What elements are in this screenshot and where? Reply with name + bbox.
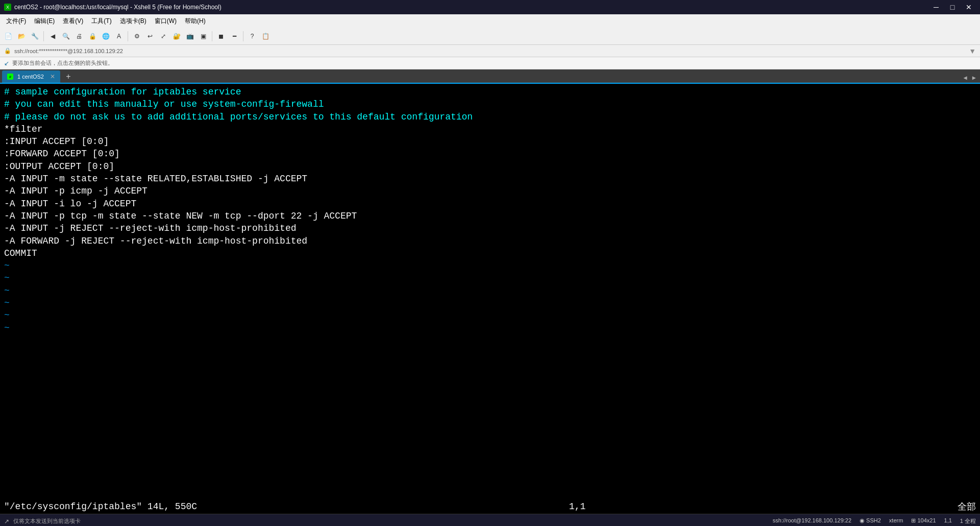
term-type: xterm <box>889 517 903 525</box>
toolbar-btn7[interactable]: 🔒 <box>86 30 99 42</box>
menu-edit[interactable]: 编辑(E) <box>30 14 59 28</box>
host-info: ssh://root@192.168.100.129:22 <box>773 517 851 525</box>
terminal[interactable]: # sample configuration for iptables serv… <box>0 84 980 499</box>
terminal-line: :INPUT ACCEPT [0:0] <box>4 135 976 148</box>
separator2 <box>128 31 128 41</box>
toolbar-btn16[interactable]: ▣ <box>197 30 209 42</box>
cursor-pos: 1,1 <box>944 517 952 525</box>
titlebar: X centOS2 - root@localhost:/usr/local/my… <box>0 0 980 14</box>
terminal-line: -A INPUT -p tcp -m state --state NEW -m … <box>4 210 976 222</box>
toolbar-btn17[interactable]: ◼ <box>215 30 227 42</box>
statusbar-right: ssh://root@192.168.100.129:22 ◉ SSH2 xte… <box>773 517 976 525</box>
terminal-line: :OUTPUT ACCEPT [0:0] <box>4 160 976 173</box>
terminal-line: -A INPUT -i lo -j ACCEPT <box>4 198 976 210</box>
infobar-text: 要添加当前会话，点击左侧的箭头按钮。 <box>12 59 113 67</box>
toolbar: 📄 📂 🔧 ◀ 🔍 🖨 🔒 🌐 A ⚙ ↩ ⤢ 🔐 📺 ▣ ◼ ━ ? 📋 <box>0 28 980 45</box>
menu-tools[interactable]: 工具(T) <box>87 14 115 28</box>
app-icon: X <box>4 4 11 11</box>
terminal-line: # you can edit this manually or use syst… <box>4 98 976 110</box>
menu-help[interactable]: 帮助(H) <box>181 14 210 28</box>
infobar: ↙ 要添加当前会话，点击左侧的箭头按钮。 <box>0 57 980 69</box>
lock-icon: 🔒 <box>4 47 11 54</box>
forward-button[interactable]: 🔍 <box>60 30 72 42</box>
close-button[interactable]: ✕ <box>962 2 976 12</box>
vim-mode: 全部 <box>958 500 976 513</box>
titlebar-controls: ─ □ ✕ <box>929 2 976 12</box>
tab-label: 1 centOS2 <box>17 74 44 80</box>
page-info: 1 全程 <box>960 517 976 525</box>
menu-file[interactable]: 文件(F) <box>2 14 30 28</box>
maximize-button[interactable]: □ <box>945 2 960 12</box>
terminal-line: :FORWARD ACCEPT [0:0] <box>4 148 976 160</box>
vim-filename: "/etc/sysconfig/iptables" 14L, 550C <box>4 501 197 512</box>
terminal-line: ~ <box>4 322 976 334</box>
terminal-line: ~ <box>4 272 976 284</box>
terminal-line: COMMIT <box>4 247 976 259</box>
tab-centos2[interactable]: # 1 centOS2 ✕ <box>2 70 60 83</box>
minimize-button[interactable]: ─ <box>929 2 943 12</box>
menu-window[interactable]: 窗口(W) <box>151 14 181 28</box>
vim-position: 1,1 <box>569 501 585 512</box>
open-button[interactable]: 📂 <box>15 30 28 42</box>
tab-close-icon[interactable]: ✕ <box>50 73 55 80</box>
menu-tabs[interactable]: 选项卡(B) <box>116 14 151 28</box>
new-session-button[interactable]: 📄 <box>2 30 14 42</box>
toolbar-btn12[interactable]: ↩ <box>144 30 156 42</box>
titlebar-title: centOS2 - root@localhost:/usr/local/mysq… <box>14 4 222 11</box>
terminal-line: ~ <box>4 297 976 309</box>
menu-view[interactable]: 查看(V) <box>59 14 87 28</box>
transfer-button[interactable]: ⚙ <box>131 30 143 42</box>
addressbar-dropdown-icon[interactable]: ▼ <box>969 47 976 55</box>
tab-scroll-right[interactable]: ▶ <box>970 73 978 83</box>
globe-button[interactable]: 🌐 <box>100 30 112 42</box>
toolbar-btn3[interactable]: 🔧 <box>29 30 41 42</box>
titlebar-left: X centOS2 - root@localhost:/usr/local/my… <box>4 4 222 11</box>
print-button[interactable]: 🖨 <box>73 30 85 42</box>
help-button[interactable]: ? <box>246 30 258 42</box>
statusbar: ↗ 仅将文本发送到当前选项卡 ssh://root@192.168.100.12… <box>0 514 980 526</box>
terminal-size: ⊞ 104x21 <box>911 517 936 525</box>
toolbar-btn18[interactable]: ━ <box>228 30 240 42</box>
vim-statusline: "/etc/sysconfig/iptables" 14L, 550C 1,1 … <box>0 499 980 514</box>
separator3 <box>212 31 212 41</box>
terminal-line: ~ <box>4 284 976 297</box>
send-icon: ↗ <box>4 518 9 525</box>
address-text: ssh://root:*************@192.168.100.129… <box>14 48 123 54</box>
menubar: 文件(F) 编辑(E) 查看(V) 工具(T) 选项卡(B) 窗口(W) 帮助(… <box>0 14 980 28</box>
separator4 <box>243 31 243 41</box>
terminal-line: -A INPUT -m state --state RELATED,ESTABL… <box>4 173 976 185</box>
terminal-line: # please do not ask us to add additional… <box>4 111 976 123</box>
statusbar-send-text: 仅将文本发送到当前选项卡 <box>13 517 81 525</box>
resize-button[interactable]: ⤢ <box>157 30 169 42</box>
back-button[interactable]: ◀ <box>46 30 59 42</box>
terminal-line: ~ <box>4 309 976 321</box>
font-button[interactable]: A <box>113 30 125 42</box>
addressbar: 🔒 ssh://root:*************@192.168.100.1… <box>0 45 980 57</box>
arrow-icon: ↙ <box>4 60 9 67</box>
tab-icon: # <box>7 74 13 80</box>
tab-resize-btns: ◀ ▶ <box>962 73 980 83</box>
separator1 <box>43 31 44 41</box>
add-tab-button[interactable]: + <box>62 70 75 83</box>
terminal-line: -A INPUT -p icmp -j ACCEPT <box>4 185 976 197</box>
toolbar-btn20[interactable]: 📋 <box>259 30 272 42</box>
terminal-line: -A FORWARD -j REJECT --reject-with icmp-… <box>4 235 976 247</box>
lock2-button[interactable]: 🔐 <box>170 30 183 42</box>
tab-scroll-left[interactable]: ◀ <box>962 73 969 83</box>
ssh-version: ◉ SSH2 <box>860 517 881 525</box>
tabbar: # 1 centOS2 ✕ + ◀ ▶ <box>0 69 980 84</box>
screen-button[interactable]: 📺 <box>184 30 196 42</box>
terminal-line: # sample configuration for iptables serv… <box>4 86 976 98</box>
terminal-line: -A INPUT -j REJECT --reject-with icmp-ho… <box>4 222 976 234</box>
terminal-line: ~ <box>4 259 976 272</box>
terminal-line: *filter <box>4 123 976 135</box>
